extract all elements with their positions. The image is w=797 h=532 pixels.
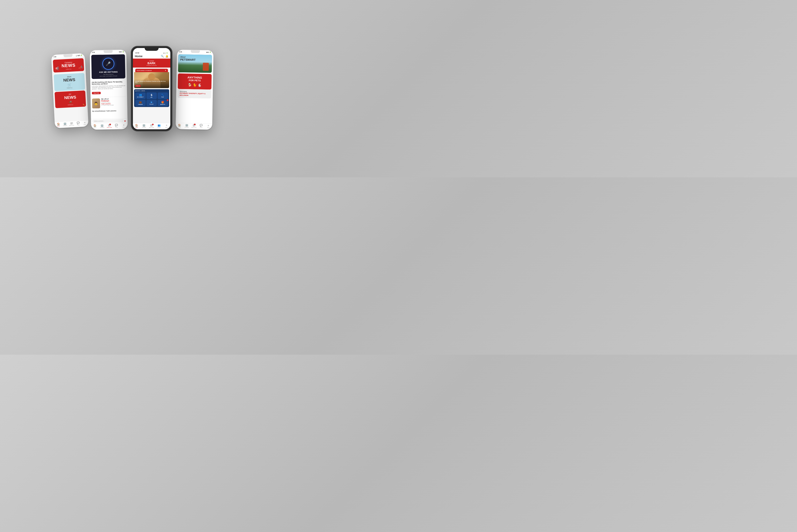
screen-4: About PETSMART ANYTHING FOR PETS 🐕 🐈 🐇 B… bbox=[176, 53, 213, 124]
nav-more-2[interactable]: ≡ More bbox=[120, 124, 127, 128]
logo-central: Central bbox=[147, 60, 157, 61]
nav-newsfeed-1[interactable]: 📰 News Feed bbox=[68, 122, 75, 126]
dc-news-card[interactable]: DC NEWS 🚜 VIEW ALL ✏️ bbox=[54, 91, 86, 108]
nav-chats-4[interactable]: 💬 Chats bbox=[197, 124, 205, 128]
more-icon-2: ≡ bbox=[123, 124, 124, 126]
profile-info: My Life at PetSmart #LIFEATPETSMART Todd… bbox=[101, 98, 126, 106]
send-icon[interactable]: ▶ bbox=[124, 119, 126, 122]
profile-image: 👨 bbox=[92, 98, 100, 109]
ql-pay[interactable]: $ PAY bbox=[147, 92, 157, 99]
ql-hr-connect[interactable]: 👥 HR CONNECT bbox=[135, 92, 146, 99]
central-bark-header: Central BARK A PetSmart Community bbox=[133, 59, 170, 68]
phone-2: 4:38 WiFi 🔋 🎤 ASK ME ANYTHING with Staci… bbox=[90, 50, 128, 130]
view-all-button[interactable]: View all bbox=[135, 85, 141, 87]
company-news-card[interactable]: 📢 Company NEWS VIEW ALL 📣 bbox=[53, 58, 84, 73]
status-icons-3: ▲▲ 🔋 bbox=[163, 52, 168, 54]
time-3: 10:52 bbox=[135, 52, 139, 54]
pets-row: 🐕 🐈 🐇 bbox=[180, 83, 209, 87]
featured-header: FEATURED STORIES ▼ bbox=[135, 69, 168, 72]
nav-newsfeed-3[interactable]: 9 📰 News Feed bbox=[148, 124, 155, 128]
home-title: Home bbox=[135, 55, 143, 58]
nav-newsfeed-4[interactable]: 27 📰 News Feed bbox=[190, 124, 197, 128]
nav-more-4[interactable]: ≡ More bbox=[205, 124, 212, 128]
article-title: Ask Me Anything with Stacia: Pet Special… bbox=[92, 81, 125, 85]
home-header-icons: 🔍 🔔 bbox=[161, 55, 168, 58]
nav-home-3[interactable]: 🏠 Home bbox=[133, 124, 140, 128]
phone-1: 4:50 ▲ WiFi 🔋 📢 Company NEWS VIEW ALL 📣 bbox=[51, 53, 89, 128]
playup-icon: ▶ bbox=[151, 101, 152, 103]
benefits-icon: 🎁 bbox=[161, 101, 164, 103]
edit-icon: ✏️ bbox=[83, 103, 85, 106]
nav-chats-1[interactable]: 💬 Chats bbox=[75, 121, 81, 126]
nav-home-1[interactable]: 🏠 Home bbox=[55, 122, 61, 127]
about-hero: About PETSMART bbox=[178, 54, 212, 73]
rabbit-icon: 🐇 bbox=[197, 83, 201, 87]
home-icon-4: 🏠 bbox=[178, 124, 181, 126]
ql-benefits[interactable]: 🎁 BENEFITS ↗ bbox=[158, 100, 168, 106]
home-icon-1: 🏠 bbox=[57, 123, 60, 125]
chats-icon-4: 💬 bbox=[200, 124, 203, 127]
nav-chats-2[interactable]: 💬 Chats bbox=[113, 124, 120, 128]
more-icon-3: ≡ bbox=[166, 124, 167, 127]
ql-careers[interactable]: 💼 CAREERS bbox=[135, 100, 146, 106]
post-title-area: My #LifeAtPetSmart: Todd Lamerton bbox=[91, 110, 127, 113]
view-post-button[interactable]: View Post bbox=[92, 92, 101, 94]
bottom-nav-2: 🏠 Home 🏢 Company 27 📰 News Feed 💬 Chats … bbox=[91, 123, 127, 129]
logo-bark: BARK bbox=[147, 61, 157, 65]
ama-ring: 🎤 bbox=[102, 58, 114, 70]
megaphone-left-icon: 📢 bbox=[54, 66, 59, 71]
newsfeed-badge-2: 27 bbox=[109, 124, 111, 125]
notch-main bbox=[145, 46, 158, 51]
ql-playup[interactable]: ▶ PLAYUP bbox=[147, 100, 157, 106]
store-news-card[interactable]: Store NEWS 🛒 VIEW ALL bbox=[54, 73, 85, 91]
status-icons-1: ▲ WiFi 🔋 bbox=[76, 54, 82, 56]
nav-groups-3[interactable]: 👥 Groups bbox=[155, 124, 163, 128]
article-body: In this series, Stacia answers your ques… bbox=[92, 85, 125, 90]
chats-icon-1: 💬 bbox=[77, 122, 80, 124]
search-icon-3[interactable]: 🔍 bbox=[161, 55, 164, 58]
phones-container: 4:50 ▲ WiFi 🔋 📢 Company NEWS VIEW ALL 📣 bbox=[53, 46, 213, 132]
anything-for-pets-banner: ANYTHING FOR PETS 🐕 🐈 🐇 bbox=[177, 74, 211, 90]
nav-more-3[interactable]: ≡ More bbox=[163, 124, 170, 128]
more-icon-1: ≡ bbox=[84, 121, 86, 124]
benefits-label: BENEFITS bbox=[160, 104, 165, 105]
p1-news-list: 📢 Company NEWS VIEW ALL 📣 Store NEWS 🛒 V… bbox=[52, 57, 87, 109]
ama-title: ASK ME ANYTHING bbox=[93, 71, 124, 74]
story-overlay: $20,057 Raised for PetSmart Charities at… bbox=[134, 79, 169, 88]
nav-company-2[interactable]: 🏢 Company bbox=[98, 124, 106, 128]
logo-sub: A PetSmart Community bbox=[147, 65, 157, 66]
time-4: 4:38 bbox=[179, 51, 182, 52]
company-icon-1: 🏢 bbox=[63, 122, 67, 125]
diversity-title: PETSMART DIVERSITY, EQUITY & INCLUSION bbox=[179, 92, 209, 97]
paaf-icon: 🐾 bbox=[161, 93, 164, 96]
time-2: 4:38 bbox=[92, 52, 95, 53]
newsfeed-badge-4: 27 bbox=[194, 124, 195, 125]
company-icon-4: 🏢 bbox=[185, 124, 188, 126]
bell-icon-3[interactable]: 🔔 bbox=[165, 55, 168, 58]
ama-article: Ask Me Anything with Stacia: Pet Special… bbox=[92, 80, 126, 97]
careers-icon: 💼 bbox=[139, 101, 142, 103]
central-bark-logo: Central BARK A PetSmart Community bbox=[147, 60, 157, 66]
ql-paaf[interactable]: 🐾 PAAF bbox=[158, 92, 168, 99]
company-icon-2: 🏢 bbox=[100, 124, 103, 127]
ama-hero[interactable]: 🎤 ASK ME ANYTHING with Stacia Andersen E… bbox=[91, 54, 125, 79]
nav-newsfeed-2[interactable]: 27 📰 News Feed bbox=[106, 124, 113, 128]
quick-links-header: QUICK LINKS bbox=[135, 90, 168, 92]
nav-home-4[interactable]: 🏠 Home bbox=[176, 124, 183, 128]
cat-icon: 🐈 bbox=[192, 83, 196, 87]
phone-3-main: 10:52 ▲▲ 🔋 Home 🔍 🔔 Central BARK bbox=[131, 46, 173, 132]
featured-label: FEATURED STORIES bbox=[137, 70, 152, 71]
newsfeed-badge-3: 9 bbox=[152, 124, 154, 125]
person-title: Sr. Product Design Manager bbox=[101, 104, 126, 106]
nav-more-1[interactable]: ≡ More bbox=[81, 121, 88, 125]
nav-company-1[interactable]: 🏢 Company bbox=[61, 122, 68, 127]
time-1: 4:50 bbox=[53, 56, 56, 58]
filter-icon[interactable]: ▼ bbox=[165, 70, 166, 71]
quick-links-section: QUICK LINKS 👥 HR CONNECT $ PAY 🐾 PAAF bbox=[134, 89, 169, 107]
nav-home-2[interactable]: 🏠 Home bbox=[91, 124, 99, 128]
nav-company-4[interactable]: 🏢 Company bbox=[183, 124, 190, 128]
nav-company-3[interactable]: 🏢 Company bbox=[140, 124, 148, 128]
comment-input[interactable]: Write a comment... bbox=[92, 119, 124, 123]
screen-1: 📢 Company NEWS VIEW ALL 📣 Store NEWS 🛒 V… bbox=[52, 57, 88, 122]
chats-icon-2: 💬 bbox=[115, 124, 118, 126]
